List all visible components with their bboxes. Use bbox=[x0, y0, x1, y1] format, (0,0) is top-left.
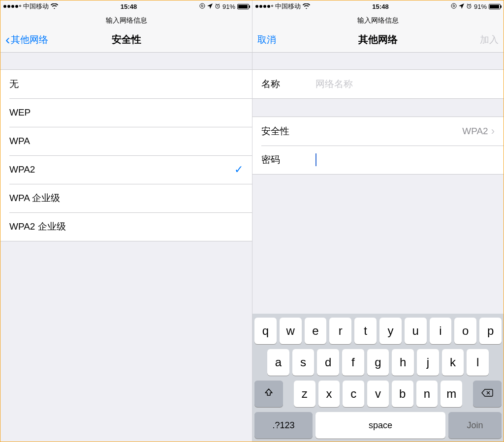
key-w[interactable]: w bbox=[280, 318, 302, 344]
key-x[interactable]: x bbox=[318, 381, 340, 407]
text-cursor-icon bbox=[315, 153, 316, 166]
battery-icon bbox=[489, 4, 501, 9]
option-wpa[interactable]: WPA bbox=[0, 127, 252, 155]
key-m[interactable]: m bbox=[441, 381, 462, 407]
key-q[interactable]: q bbox=[254, 318, 277, 344]
chevron-left-icon: ‹ bbox=[5, 36, 10, 43]
key-g[interactable]: g bbox=[367, 349, 389, 376]
key-k[interactable]: k bbox=[442, 349, 464, 376]
chevron-right-icon: › bbox=[491, 125, 495, 138]
keyboard-row-1: q w e r t y u i o p bbox=[254, 318, 502, 344]
option-wpa-enterprise[interactable]: WPA 企业级 bbox=[0, 184, 252, 212]
key-y[interactable]: y bbox=[379, 318, 402, 344]
phone-other-network-screen: 中国移动 15:48 91% 输入网络信息 bbox=[252, 0, 504, 442]
option-wpa2-enterprise[interactable]: WPA2 企业级 bbox=[0, 212, 252, 241]
location-icon bbox=[459, 3, 464, 10]
cancel-button[interactable]: 取消 bbox=[257, 33, 276, 46]
battery-percent: 91% bbox=[474, 3, 487, 10]
subnav-label: 输入网络信息 bbox=[252, 12, 504, 27]
password-field[interactable]: 密码 bbox=[252, 146, 504, 174]
page-title: 其他网络 bbox=[252, 33, 504, 46]
backspace-icon bbox=[481, 387, 493, 400]
option-wpa2[interactable]: WPA2 ✓ bbox=[0, 155, 252, 184]
key-f[interactable]: f bbox=[342, 349, 364, 376]
key-t[interactable]: t bbox=[354, 318, 377, 344]
security-row[interactable]: 安全性 WPA2 › bbox=[252, 117, 504, 146]
navbar: 取消 其他网络 加入 bbox=[252, 27, 504, 53]
key-b[interactable]: b bbox=[392, 381, 413, 407]
status-bar: 中国移动 15:48 91% bbox=[0, 0, 252, 12]
key-e[interactable]: e bbox=[305, 318, 327, 344]
battery-icon bbox=[237, 4, 249, 9]
orientation-lock-icon bbox=[451, 3, 457, 10]
checkmark-icon: ✓ bbox=[234, 163, 243, 176]
option-none[interactable]: 无 bbox=[0, 70, 252, 98]
key-a[interactable]: a bbox=[267, 349, 289, 376]
key-d[interactable]: d bbox=[317, 349, 339, 376]
key-space[interactable]: space bbox=[315, 412, 445, 439]
alarm-icon bbox=[215, 3, 220, 10]
key-numbers[interactable]: .?123 bbox=[254, 412, 313, 439]
wifi-icon bbox=[51, 3, 58, 10]
key-i[interactable]: i bbox=[430, 318, 452, 344]
name-group: 名称 网络名称 bbox=[252, 69, 504, 99]
key-z[interactable]: z bbox=[294, 381, 315, 407]
name-placeholder: 网络名称 bbox=[315, 78, 353, 90]
network-name-field[interactable]: 名称 网络名称 bbox=[252, 70, 504, 98]
key-l[interactable]: l bbox=[467, 349, 489, 376]
subnav-label: 输入网络信息 bbox=[0, 12, 252, 27]
clock-label: 15:48 bbox=[310, 3, 451, 10]
shift-icon bbox=[264, 387, 274, 400]
battery-percent: 91% bbox=[222, 3, 235, 10]
key-n[interactable]: n bbox=[416, 381, 438, 407]
security-group: 安全性 WPA2 › 密码 bbox=[252, 117, 504, 175]
key-p[interactable]: p bbox=[479, 318, 502, 344]
carrier-label: 中国移动 bbox=[275, 2, 301, 11]
carrier-label: 中国移动 bbox=[23, 2, 49, 11]
key-shift[interactable] bbox=[254, 381, 283, 407]
security-label: 安全性 bbox=[261, 125, 315, 138]
wifi-icon bbox=[303, 3, 310, 10]
key-u[interactable]: u bbox=[405, 318, 427, 344]
password-label: 密码 bbox=[261, 153, 315, 166]
keyboard-row-3: z x c v b n m bbox=[254, 381, 502, 407]
name-label: 名称 bbox=[261, 78, 315, 90]
alarm-icon bbox=[466, 3, 472, 10]
join-button[interactable]: 加入 bbox=[480, 33, 499, 46]
location-icon bbox=[207, 3, 213, 10]
status-bar: 中国移动 15:48 91% bbox=[252, 0, 504, 12]
key-s[interactable]: s bbox=[292, 349, 315, 376]
key-join[interactable]: Join bbox=[448, 412, 502, 439]
key-r[interactable]: r bbox=[329, 318, 351, 344]
security-value: WPA2 bbox=[462, 126, 488, 137]
security-options-group: 无 WEP WPA WPA2 ✓ WPA 企业级 WPA2 企业级 bbox=[0, 69, 252, 241]
svg-point-2 bbox=[451, 3, 456, 8]
orientation-lock-icon bbox=[199, 3, 205, 10]
key-c[interactable]: c bbox=[343, 381, 364, 407]
key-j[interactable]: j bbox=[417, 349, 439, 376]
back-label: 其他网络 bbox=[11, 33, 48, 46]
signal-dots-icon bbox=[3, 5, 21, 8]
keyboard: q w e r t y u i o p a s d f g h j k l bbox=[252, 314, 504, 442]
keyboard-row-2: a s d f g h j k l bbox=[254, 349, 502, 376]
clock-label: 15:48 bbox=[58, 3, 199, 10]
keyboard-row-4: .?123 space Join bbox=[254, 412, 502, 439]
key-backspace[interactable] bbox=[473, 381, 502, 407]
key-v[interactable]: v bbox=[367, 381, 389, 407]
key-h[interactable]: h bbox=[392, 349, 414, 376]
signal-dots-icon bbox=[255, 5, 273, 8]
option-wep[interactable]: WEP bbox=[0, 98, 252, 127]
navbar: ‹ 其他网络 安全性 bbox=[0, 27, 252, 53]
phone-security-screen: 中国移动 15:48 91% 输入网络信息 bbox=[0, 0, 252, 442]
key-o[interactable]: o bbox=[454, 318, 476, 344]
svg-point-0 bbox=[200, 3, 205, 8]
back-button[interactable]: ‹ 其他网络 bbox=[5, 33, 48, 46]
